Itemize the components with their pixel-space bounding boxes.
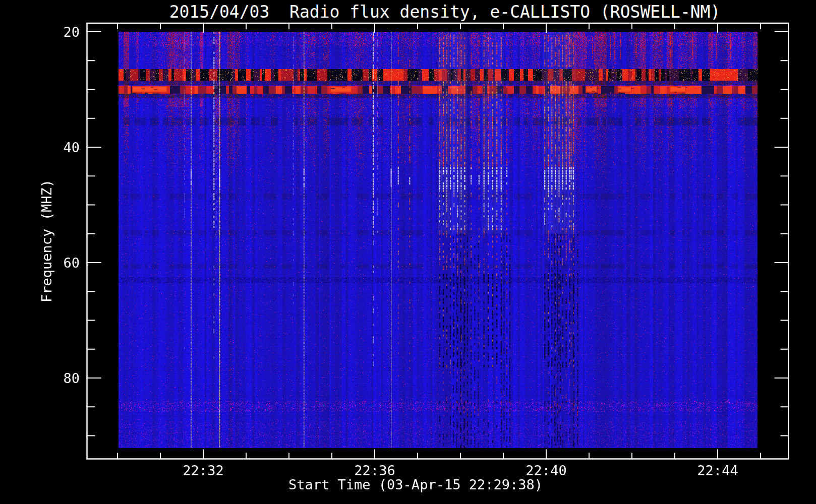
spectrogram-page: 2015/04/03 Radio flux density, e-CALLIST… xyxy=(0,0,816,504)
x-axis-title: Start Time (03-Apr-15 22:29:38) xyxy=(288,477,543,492)
y-axis-title: Frequency (MHZ) xyxy=(39,179,54,302)
y-tick-label: 40 xyxy=(33,140,80,155)
y-tick-label: 60 xyxy=(33,255,80,271)
y-tick-label: 80 xyxy=(33,370,80,386)
axes-frame xyxy=(0,0,816,504)
x-tick-label: 22:40 xyxy=(506,463,587,478)
x-tick-label: 22:32 xyxy=(163,463,244,478)
plot-frame xyxy=(87,23,789,459)
x-tick-label: 22:44 xyxy=(677,463,758,478)
y-tick-label: 20 xyxy=(33,24,80,40)
x-tick-label: 22:36 xyxy=(334,463,415,478)
